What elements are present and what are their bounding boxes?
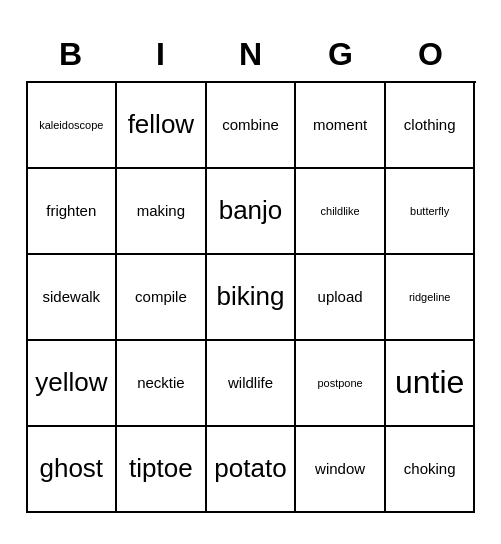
bingo-cell: wildlife xyxy=(207,341,297,427)
bingo-cell: frighten xyxy=(28,169,118,255)
bingo-cell: fellow xyxy=(117,83,207,169)
bingo-cell: sidewalk xyxy=(28,255,118,341)
bingo-cell: banjo xyxy=(207,169,297,255)
bingo-card: BINGO kaleidoscopefellowcombinemomentclo… xyxy=(16,22,486,523)
bingo-cell: potato xyxy=(207,427,297,513)
bingo-cell: tiptoe xyxy=(117,427,207,513)
header-letter-I: I xyxy=(116,32,206,77)
bingo-cell: ridgeline xyxy=(386,255,476,341)
header-letter-O: O xyxy=(386,32,476,77)
bingo-cell: moment xyxy=(296,83,386,169)
bingo-header: BINGO xyxy=(26,32,476,77)
bingo-cell: yellow xyxy=(28,341,118,427)
bingo-cell: postpone xyxy=(296,341,386,427)
bingo-cell: necktie xyxy=(117,341,207,427)
bingo-cell: combine xyxy=(207,83,297,169)
bingo-cell: butterfly xyxy=(386,169,476,255)
bingo-cell: childlike xyxy=(296,169,386,255)
header-letter-G: G xyxy=(296,32,386,77)
bingo-cell: ghost xyxy=(28,427,118,513)
bingo-grid: kaleidoscopefellowcombinemomentclothingf… xyxy=(26,81,476,513)
bingo-cell: untie xyxy=(386,341,476,427)
bingo-cell: compile xyxy=(117,255,207,341)
header-letter-N: N xyxy=(206,32,296,77)
bingo-cell: biking xyxy=(207,255,297,341)
bingo-cell: making xyxy=(117,169,207,255)
header-letter-B: B xyxy=(26,32,116,77)
bingo-cell: kaleidoscope xyxy=(28,83,118,169)
bingo-cell: clothing xyxy=(386,83,476,169)
bingo-cell: choking xyxy=(386,427,476,513)
bingo-cell: upload xyxy=(296,255,386,341)
bingo-cell: window xyxy=(296,427,386,513)
